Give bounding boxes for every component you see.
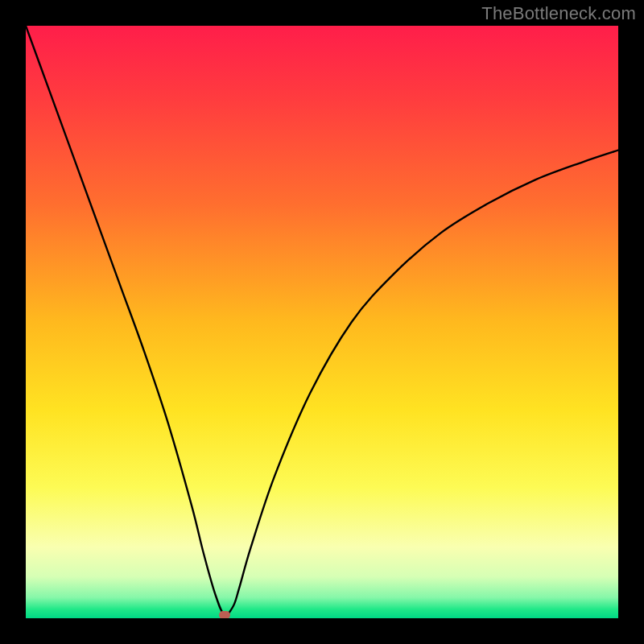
plot-area	[26, 26, 618, 618]
watermark-text: TheBottleneck.com	[481, 3, 636, 24]
minimum-marker	[219, 611, 230, 618]
bottleneck-curve	[26, 26, 618, 618]
chart-frame: TheBottleneck.com	[0, 0, 644, 644]
